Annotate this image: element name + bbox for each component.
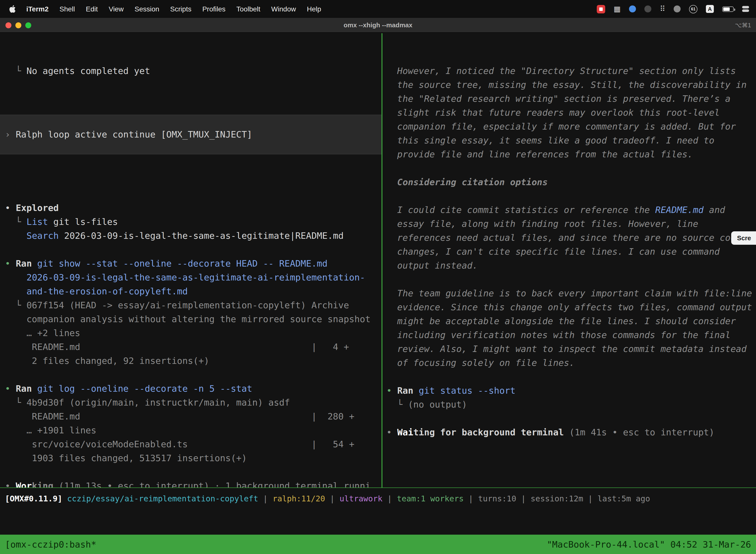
menu-help[interactable]: Help [301,5,327,13]
terminal-line: the "Related research writing" section i… [386,92,756,106]
terminal-line: the source tree, missing the essay. Stil… [386,78,756,92]
terminal-line: README.md | 4 + [5,340,381,354]
tmux-panes: └ No agents completed yet › Ralph loop a… [0,33,756,488]
terminal-line [5,368,381,382]
terminal-line: However, I noticed the "Directory Struct… [386,64,756,78]
battery-percent-label: 61 [691,7,695,11]
apple-logo-icon [9,5,16,13]
screen-share-tooltip-label: Scre [737,234,751,242]
terminal-line: 1903 files changed, 513517 insertions(+) [5,451,381,465]
terminal-line: provide file and line references from th… [386,148,756,161]
terminal-line: including verification notes with those … [386,328,756,342]
terminal-line: README.md | 280 + [5,409,381,424]
app-status-gray-icon[interactable] [674,5,681,12]
zoom-window-button[interactable] [25,22,31,28]
terminal-line: 2 files changed, 92 insertions(+) [5,354,381,368]
menubar-status-icons: ▦ ⠿ 61 A [597,4,749,13]
terminal-line: … +2 lines [5,326,381,340]
tmux-session-window-label[interactable]: [omx-cczip0:bash* [5,539,96,550]
screen-recording-indicator-icon[interactable] [597,5,605,13]
terminal-line: › Ralph loop active continue [OMX_TMUX_I… [5,127,252,142]
tmux-status-bar: [omx-cczip0:bash* "MacBook-Pro-44.local"… [0,535,756,554]
terminal-line [5,465,381,479]
control-center-icon[interactable] [742,6,749,12]
terminal-line [386,411,756,426]
omx-status-row: [OMX#0.11.9] cczip/essay/ai-reimplementa… [0,488,756,535]
apple-menu[interactable] [7,5,21,13]
right-prompt-input[interactable]: › Improve documentation in @filename [382,481,756,488]
app-status-blue-icon[interactable] [629,5,636,12]
terminal-line: └ List git ls-files [5,215,381,229]
terminal-line: and-the-erosion-of-copyleft.md [5,284,381,298]
terminal-line: src/voice/voiceModeEnabled.ts | 54 + [5,437,381,451]
menu-iterm2[interactable]: iTerm2 [21,5,54,13]
menu-window[interactable]: Window [266,5,302,13]
menu-scripts[interactable]: Scripts [165,5,197,13]
battery-percent-gauge-icon[interactable]: 61 [689,5,697,13]
menu-profiles[interactable]: Profiles [197,5,231,13]
terminal-line: • Ran git show --stat --oneline --decora… [5,257,381,271]
app-grid-icon[interactable]: ⠿ [660,4,665,13]
window-title-bar[interactable]: omx --xhigh --madmax ⌥⌘1 [0,18,756,33]
menu-edit[interactable]: Edit [80,5,103,13]
app-status-dark-icon[interactable] [644,5,651,12]
macos-menu-bar: iTerm2 Shell Edit View Session Scripts P… [0,0,756,18]
input-source-icon[interactable]: A [706,5,714,13]
terminal-line: └ 4b9d30f (origin/main, instructkr/main,… [5,396,381,409]
terminal-line: essay file, along with finding root file… [386,217,756,231]
terminal-line: └ No agents completed yet [5,64,381,78]
window-manager-icon[interactable]: ▦ [614,4,621,13]
terminal-line: • Ran git log --oneline --decorate -n 5 … [5,382,381,396]
terminal-line: [OMX#0.11.9] cczip/essay/ai-reimplementa… [5,494,756,508]
terminal-line: • Explored [5,201,381,215]
terminal-line [386,370,756,384]
terminal-line: of focusing solely on file lines. [386,356,756,370]
terminal-line: slight risk that future readers may over… [386,106,756,120]
window-title: omx --xhigh --madmax [0,21,756,29]
ralph-loop-banner: › Ralph loop active continue [OMX_TMUX_I… [0,115,381,154]
terminal-line: output instead. [386,259,756,273]
left-terminal-pane[interactable]: └ No agents completed yet › Ralph loop a… [0,33,381,488]
left-agent-log: • Explored └ List git ls-files Search 20… [0,201,381,488]
terminal-line: changes, I can't cite specific file line… [386,245,756,259]
tmux-host-time-label: "MacBook-Pro-44.local" 04:52 31-Mar-26 [547,539,751,550]
terminal-line: └ 067f154 (HEAD -> essay/ai-reimplementa… [5,298,381,312]
menu-toolbelt[interactable]: Toolbelt [231,5,266,13]
terminal-line: references need actual files, and since … [386,231,756,245]
terminal-line: • Ran git status --short [386,384,756,398]
close-window-button[interactable] [5,22,11,28]
right-terminal-pane[interactable]: However, I noticed the "Directory Struct… [382,33,756,488]
minimize-window-button[interactable] [15,22,21,28]
terminal-line: I could cite commit statistics or refere… [386,203,756,217]
omx-status-line: [OMX#0.11.9] cczip/essay/ai-reimplementa… [0,494,756,508]
terminal-line: companion file, especially if more comme… [386,120,756,133]
terminal-line: • Waiting for background terminal (1m 41… [386,426,756,439]
terminal-line [386,189,756,203]
menu-session[interactable]: Session [129,5,165,13]
terminal-line [386,273,756,286]
terminal-line: might be acceptable alongside the file l… [386,314,756,328]
terminal-line: Considering citation options [386,175,756,189]
battery-icon[interactable] [722,6,734,12]
terminal-line: Search 2026-03-09-is-legal-the-same-as-l… [5,229,381,243]
right-agent-log: However, I noticed the "Directory Struct… [382,64,756,439]
left-scrollback-top: └ No agents completed yet [0,64,381,78]
terminal-line: … +1901 lines [5,424,381,437]
terminal-line [386,161,756,175]
terminal-area: └ No agents completed yet › Ralph loop a… [0,33,756,535]
terminal-line: review. Also, I might want to inspect th… [386,342,756,356]
window-controls [0,22,31,28]
terminal-line: • Working (11m 13s • esc to interrupt) ·… [5,479,381,488]
screen-share-tooltip: Scre [731,231,756,245]
window-hotkey-badge: ⌥⌘1 [735,21,756,29]
terminal-line: The team guideline is to back every impo… [386,286,756,300]
terminal-line: evidence. Since this change only affects… [386,300,756,314]
terminal-line: this single essay, it seems like a good … [386,133,756,148]
terminal-line: companion analysis without altering the … [5,312,381,326]
terminal-line [5,243,381,257]
menu-view[interactable]: View [103,5,129,13]
screen: iTerm2 Shell Edit View Session Scripts P… [0,0,756,554]
terminal-line: └ (no output) [386,398,756,411]
terminal-line: 2026-03-09-is-legal-the-same-as-legitima… [5,271,381,284]
menu-shell[interactable]: Shell [54,5,80,13]
